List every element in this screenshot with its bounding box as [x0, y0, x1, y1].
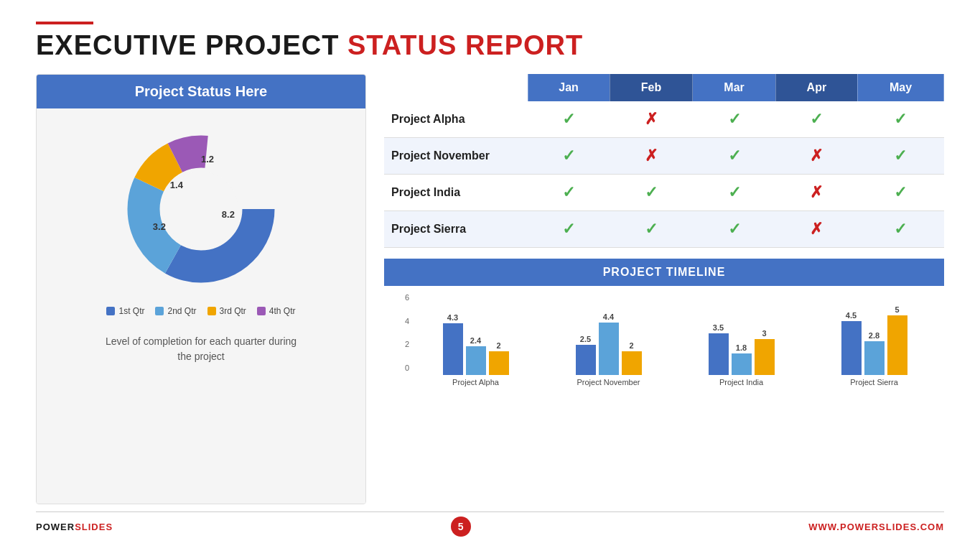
bar-groups-container: 4.32.42Project Alpha2.54.42Project Novem…	[413, 307, 937, 386]
footer-brand-red: SLIDES	[75, 522, 113, 532]
table-row: Project November✓✗✓✗✓	[384, 138, 944, 175]
footer-brand-black: POWER	[36, 522, 75, 532]
table-row: Project Alpha✓✗✓✓✓	[384, 101, 944, 138]
donut-chart: 8.2 3.2 1.4 1.2	[115, 123, 287, 295]
bar-group: 3.51.83Project India	[678, 303, 804, 386]
status-cell: ✗	[610, 101, 693, 138]
bar-value-label: 2	[496, 341, 500, 350]
th-jan: Jan	[528, 74, 610, 101]
status-cell: ✓	[857, 138, 943, 175]
bar-value-label: 4.4	[603, 312, 614, 321]
project-name-cell: Project Sierra	[384, 211, 528, 248]
status-table: Jan Feb Mar Apr May Project Alpha✓✗✓✓✓Pr…	[384, 74, 944, 248]
bar-chart: 6 4 2 0 4.32.42Project Alpha2.54.42Proje…	[391, 293, 937, 386]
bar-group-label: Project Alpha	[452, 378, 499, 386]
legend-color-2	[155, 307, 164, 315]
th-apr: Apr	[775, 74, 857, 101]
legend-item-3: 3rd Qtr	[207, 306, 246, 316]
check-icon: ✓	[562, 183, 575, 201]
legend-item-4: 4th Qtr	[257, 306, 296, 316]
th-empty	[384, 74, 528, 101]
donut-label-1: 8.2	[222, 209, 235, 220]
bar-group-label: Project India	[719, 378, 763, 386]
donut-svg	[115, 123, 287, 295]
status-cell: ✗	[775, 138, 857, 175]
status-cell: ✓	[610, 175, 693, 211]
y-tick-4: 4	[405, 317, 409, 325]
bar-value-label: 5	[895, 305, 899, 314]
bar-rect	[709, 333, 729, 375]
status-cell: ✓	[693, 175, 776, 211]
bar-wrap: 4.5	[841, 311, 862, 375]
header-accent-line	[36, 22, 93, 24]
check-icon: ✓	[562, 110, 575, 128]
project-name-cell: Project India	[384, 175, 528, 211]
bar-value-label: 4.3	[447, 313, 458, 322]
donut-label-3: 1.4	[170, 180, 183, 190]
bar-wrap: 5	[887, 305, 907, 375]
status-cell: ✓	[857, 211, 943, 248]
table-header-row: Jan Feb Mar Apr May	[384, 74, 944, 101]
bar-group: 4.52.85Project Sierra	[811, 303, 937, 386]
panel-body: 8.2 3.2 1.4 1.2 1st Qtr 2nd Qtr	[37, 108, 365, 504]
bar-value-label: 2.5	[580, 335, 591, 343]
project-name-cell: Project November	[384, 138, 528, 175]
bar-rect	[576, 345, 596, 375]
status-cell: ✓	[528, 138, 610, 175]
bar-wrap: 1.8	[732, 343, 752, 375]
bar-rect	[755, 339, 775, 375]
y-tick-6: 6	[405, 293, 409, 302]
main-content: Project Status Here	[36, 74, 944, 504]
legend-label-4: 4th Qtr	[269, 306, 296, 316]
bar-group-label: Project November	[577, 378, 640, 386]
check-icon: ✓	[894, 220, 907, 238]
check-icon: ✓	[645, 220, 658, 238]
legend-label-1: 1st Qtr	[118, 306, 144, 316]
title-red: STATUS REPORT	[347, 30, 583, 60]
bar-group-label: Project Sierra	[850, 378, 898, 386]
check-icon: ✓	[728, 110, 741, 128]
bar-wrap: 2.4	[466, 336, 486, 375]
check-icon: ✓	[728, 183, 741, 201]
bar-group: 2.54.42Project November	[546, 303, 671, 386]
status-cell: ✓	[693, 101, 776, 138]
bar-wrap: 2.8	[864, 331, 885, 375]
legend-color-1	[106, 307, 115, 315]
bar-rect	[443, 323, 463, 375]
bar-wrap: 4.4	[599, 312, 619, 375]
bar-rect	[732, 353, 752, 375]
y-tick-2: 2	[405, 340, 409, 348]
check-icon: ✓	[645, 183, 658, 201]
bar-group: 4.32.42Project Alpha	[413, 303, 538, 386]
bar-value-label: 4.5	[846, 311, 857, 320]
th-may: May	[857, 74, 943, 101]
th-mar: Mar	[693, 74, 776, 101]
bar-value-label: 2.8	[869, 331, 879, 340]
timeline-body: 6 4 2 0 4.32.42Project Alpha2.54.42Proje…	[384, 286, 944, 504]
cross-icon: ✗	[810, 220, 823, 238]
page: EXECUTIVE PROJECT STATUS REPORT Project …	[0, 0, 980, 551]
check-icon: ✓	[728, 147, 741, 165]
bar-wrap: 2	[622, 341, 642, 375]
footer-url: WWW.POWERSLIDES.COM	[808, 522, 944, 532]
status-cell: ✓	[693, 138, 776, 175]
bar-wrap: 2.5	[576, 335, 596, 375]
bar-value-label: 2.4	[470, 336, 481, 345]
bar-wrap: 3.5	[709, 323, 729, 375]
status-cell: ✓	[528, 101, 610, 138]
bar-value-label: 1.8	[736, 343, 747, 352]
status-cell: ✗	[775, 211, 857, 248]
legend-item-2: 2nd Qtr	[155, 306, 196, 316]
legend-label-3: 3rd Qtr	[220, 306, 246, 316]
bar-rect	[466, 346, 486, 375]
table-row: Project India✓✓✓✗✓	[384, 175, 944, 211]
timeline-header: PROJECT TIMELINE	[384, 259, 944, 286]
status-cell: ✓	[610, 211, 693, 248]
status-cell: ✓	[528, 175, 610, 211]
bar-rect	[864, 341, 885, 375]
status-cell: ✓	[857, 175, 943, 211]
check-icon: ✓	[894, 147, 907, 165]
bar-value-label: 2	[629, 341, 633, 350]
y-tick-0: 0	[405, 364, 409, 372]
y-axis: 6 4 2 0	[391, 293, 413, 372]
